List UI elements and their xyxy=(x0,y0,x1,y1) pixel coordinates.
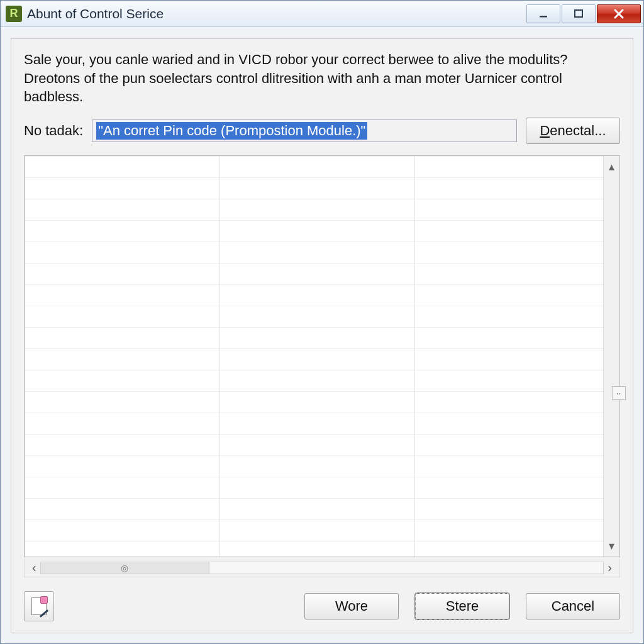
scroll-left-icon[interactable]: ‹ xyxy=(28,560,40,575)
minimize-icon xyxy=(537,8,550,20)
hscroll-thumb[interactable]: ◎ xyxy=(41,562,209,574)
results-grid[interactable]: ▴ ·· ▾ xyxy=(24,155,620,557)
input-row: No tadak: "An corret Pin code (Promposti… xyxy=(24,118,620,144)
vertical-scrollbar[interactable]: ▴ ·· ▾ xyxy=(603,156,619,557)
horizontal-scrollbar[interactable]: ‹ ◎ › xyxy=(24,558,620,577)
app-icon: R xyxy=(6,6,22,22)
scroll-down-icon[interactable]: ▾ xyxy=(609,539,614,553)
titlebar[interactable]: R Abunt of Control Serice xyxy=(1,1,643,27)
grid-lines xyxy=(25,156,603,557)
scroll-right-icon[interactable]: › xyxy=(604,560,616,575)
window-buttons xyxy=(526,4,641,23)
denectal-accel: D xyxy=(540,123,550,139)
scroll-up-icon[interactable]: ▴ xyxy=(609,160,614,174)
hscroll-track[interactable]: ◎ xyxy=(40,562,604,574)
cancel-button[interactable]: Cancel xyxy=(526,593,620,619)
minimize-button[interactable] xyxy=(526,4,560,23)
close-button[interactable] xyxy=(597,4,641,23)
pin-code-input-text: "An corret Pin code (Prompostion Module.… xyxy=(96,122,367,140)
window-title: Abunt of Control Serice xyxy=(27,6,526,21)
input-label: No tadak: xyxy=(24,123,83,139)
expand-handle-icon[interactable]: ·· xyxy=(612,386,626,400)
edit-note-button[interactable] xyxy=(24,591,54,621)
footer: Wore Stere Cancel xyxy=(24,591,620,621)
close-icon xyxy=(612,7,626,21)
pin-code-input[interactable]: "An corret Pin code (Prompostion Module.… xyxy=(92,119,517,142)
wore-button[interactable]: Wore xyxy=(304,593,399,619)
description-text: Sale your, you canle waried and in VICD … xyxy=(24,50,620,106)
client-area: Sale your, you canle waried and in VICD … xyxy=(11,38,633,633)
dialog-window: R Abunt of Control Serice Sale your, you… xyxy=(0,0,644,644)
maximize-button[interactable] xyxy=(562,4,596,23)
denectal-button[interactable]: Denectal... xyxy=(526,118,620,144)
maximize-icon xyxy=(572,8,585,20)
grid-body[interactable] xyxy=(25,156,603,557)
svg-rect-1 xyxy=(575,10,582,17)
svg-rect-0 xyxy=(540,16,547,18)
app-icon-letter: R xyxy=(10,7,18,20)
stere-button[interactable]: Stere xyxy=(415,593,509,619)
denectal-rest: enectal... xyxy=(550,123,606,139)
